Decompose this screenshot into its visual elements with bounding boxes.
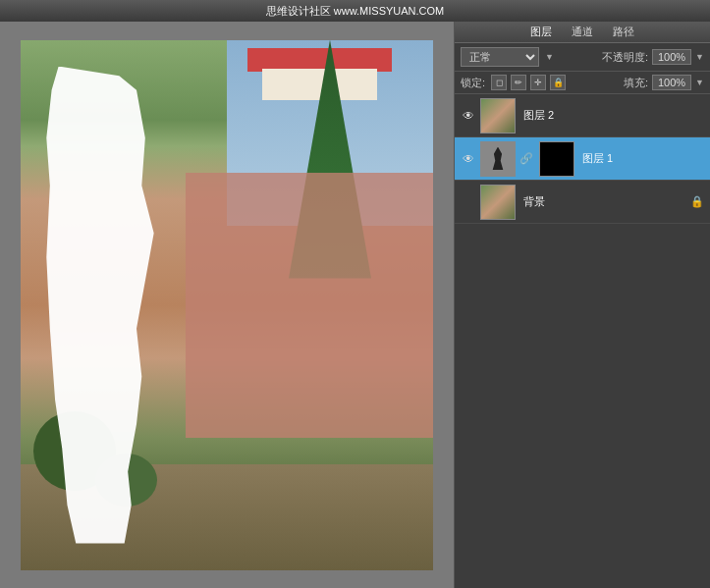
opacity-dropdown-arrow[interactable]: ▼ bbox=[695, 52, 704, 62]
blend-mode-select[interactable]: 正常 bbox=[461, 47, 539, 67]
layer2-thumb-inner bbox=[481, 99, 515, 133]
layer1-mask-thumb bbox=[539, 141, 574, 177]
blend-dropdown-arrow: ▼ bbox=[545, 52, 554, 62]
layer2-visibility[interactable]: 👁 bbox=[461, 108, 476, 124]
lock-label: 锁定: bbox=[461, 76, 485, 90]
lock-icons: ◻ ✏ ✛ 🔒 bbox=[491, 75, 566, 90]
lock-move-btn[interactable]: ✛ bbox=[530, 75, 546, 90]
panel-tabs: 图层 通道 路径 bbox=[455, 22, 710, 43]
lock-all-btn[interactable]: 🔒 bbox=[550, 75, 566, 90]
tab-layers[interactable]: 图层 bbox=[526, 23, 556, 41]
layer-item-1[interactable]: 👁 🔗 图层 1 bbox=[455, 137, 710, 181]
opacity-value[interactable]: 100% bbox=[652, 49, 691, 65]
bg-visibility[interactable] bbox=[461, 194, 476, 210]
layer1-visibility[interactable]: 👁 bbox=[461, 151, 476, 167]
title-bar: 思维设计社区 www.MISSYUAN.COM bbox=[0, 0, 710, 22]
pink-wall bbox=[186, 173, 433, 438]
fill-dropdown-arrow[interactable]: ▼ bbox=[695, 78, 704, 87]
layer-item-2[interactable]: 👁 图层 2 bbox=[455, 94, 710, 137]
layer1-thumb bbox=[480, 141, 516, 177]
layer1-name: 图层 1 bbox=[582, 151, 704, 166]
tab-paths[interactable]: 路径 bbox=[609, 23, 638, 41]
lock-paint-btn[interactable]: ✏ bbox=[511, 75, 526, 90]
blend-opacity-row: 正常 ▼ 不透明度: 100% ▼ bbox=[455, 43, 710, 72]
lock-transparent-btn[interactable]: ◻ bbox=[491, 75, 507, 90]
layers-panel: 图层 通道 路径 正常 ▼ 不透明度: 100% ▼ 锁定: ◻ ✏ ✛ 🔒 填… bbox=[454, 22, 710, 588]
layer-item-bg[interactable]: 背景 🔒 bbox=[455, 181, 710, 224]
lock-fill-row: 锁定: ◻ ✏ ✛ 🔒 填充: 100% ▼ bbox=[455, 72, 710, 94]
tab-channels[interactable]: 通道 bbox=[568, 23, 597, 41]
bg-lock-icon: 🔒 bbox=[690, 195, 704, 209]
layer1-thumb-inner bbox=[481, 142, 515, 176]
fill-label: 填充: bbox=[624, 76, 648, 90]
canvas-image bbox=[21, 40, 433, 570]
house-wall bbox=[262, 69, 378, 100]
layer2-thumb bbox=[480, 98, 516, 134]
layer2-name: 图层 2 bbox=[523, 108, 704, 123]
bg-thumb-inner bbox=[481, 186, 515, 219]
canvas-area bbox=[0, 22, 454, 588]
bg-name: 背景 bbox=[523, 194, 686, 209]
title-text: 思维设计社区 www.MISSYUAN.COM bbox=[266, 4, 445, 19]
opacity-row: 不透明度: 100% ▼ bbox=[602, 49, 704, 65]
bg-thumb bbox=[480, 185, 516, 220]
layers-list: 👁 图层 2 👁 🔗 图层 1 背景 🔒 bbox=[455, 94, 710, 224]
fill-value[interactable]: 100% bbox=[652, 75, 691, 90]
layer1-chain: 🔗 bbox=[519, 152, 533, 165]
fill-row: 填充: 100% ▼ bbox=[624, 75, 704, 90]
opacity-label: 不透明度: bbox=[602, 50, 648, 65]
